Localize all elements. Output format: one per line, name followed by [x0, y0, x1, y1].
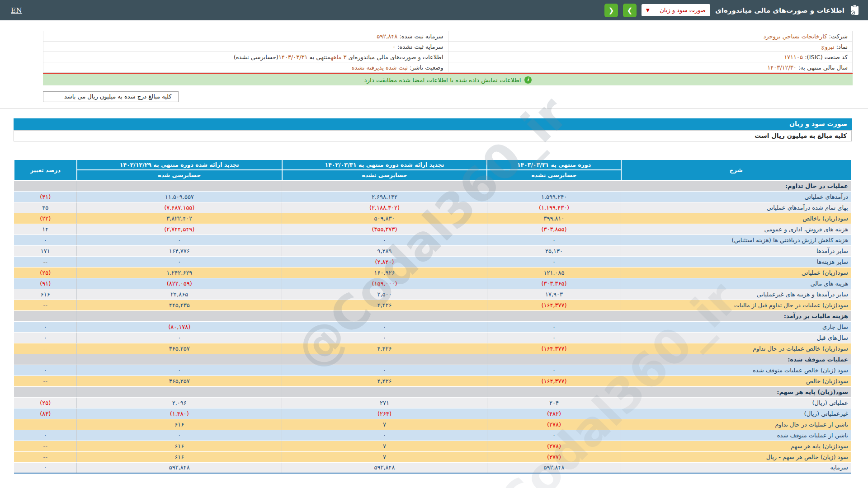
value-cell-1402-03-31: (۲,۱۸۸,۳۰۲) [282, 202, 487, 213]
row-label-cell: سود(زيان) خالص عملیات در حال تداوم [621, 343, 851, 354]
table-row: عملياتي (ریال)۲۰۴۲۷۱۲,۰۹۶(۲۵) [14, 397, 851, 408]
table-row: سود(زيان) خالص عملیات در حال تداوم(۱۶۴,۳… [14, 343, 851, 354]
col-header-period-3: تجدید ارائه شده دوره منتهي به ۱۴۰۲/۱۲/۲۹ [77, 160, 282, 170]
col-subheader-audit-3: حسابرسی شده [77, 170, 282, 180]
info-symbol: نماد: نبروج [448, 42, 853, 52]
value-cell-1402-03-31: (۲,۸۲۰) [282, 256, 487, 267]
info-registered-capital: سرمایه ثبت شده: ۵۹۲,۸۴۸ [43, 31, 448, 42]
value-cell-1403-03-31 [487, 354, 621, 365]
value-cell-1403-03-31 [487, 180, 621, 191]
value-cell-1402-12-29: (۸۲۲,۰۵۹) [77, 278, 282, 289]
previous-statement-button[interactable]: ❮ [604, 4, 618, 17]
value-cell-1402-12-29: ۰ [77, 332, 282, 343]
value-cell-1402-12-29: ۱۱,۵۰۹,۵۵۷ [77, 191, 282, 202]
statement-unit-line: کلیه مبالغ به میلیون ریال است [14, 130, 852, 141]
row-label-cell: سود(زيان) عملیات در حال تداوم قبل از مال… [621, 300, 851, 310]
value-cell-1403-03-31 [487, 310, 621, 321]
value-cell-1403-03-31: (۱۶۴,۳۷۷) [487, 343, 621, 354]
row-label-cell: عملیات متوقف شده: [621, 354, 851, 365]
percent-change-cell: ۴۵ [14, 202, 77, 213]
percent-change-cell: ۰ [14, 365, 77, 375]
value-cell-1402-03-31: ۴,۴۲۶ [282, 343, 487, 354]
value-cell-1402-03-31: (۱۵۹,۰۰۰) [282, 278, 487, 289]
value-cell-1402-03-31: ۴,۴۲۶ [282, 375, 487, 386]
value-cell-1402-12-29 [77, 180, 282, 191]
col-header-description: شرح [621, 160, 851, 180]
row-label-cell: سود(زیان) پایه هر سهم: [621, 386, 851, 397]
next-statement-button[interactable]: ❯ [623, 4, 637, 17]
value-cell-1403-03-31: ۰ [487, 365, 621, 375]
value-cell-1402-03-31: ۰ [282, 332, 487, 343]
signature-notice-text: اطلاعات نمایش داده شده با اطلاعات امضا ش… [364, 76, 521, 84]
value-cell-1402-12-29: ۶۱۶ [77, 451, 282, 462]
value-cell-1403-03-31: (۲۷۸) [487, 441, 621, 451]
row-label-cell: سایر درآمدها و هزینه های غیرعملیاتی [621, 289, 851, 300]
unit-note-row: کلیه مبالغ درج شده به میلیون ریال می باش… [0, 91, 853, 102]
percent-change-cell: (۲۲) [14, 213, 77, 224]
row-label-cell: سود (زیان) خالص هر سهم - ریال [621, 451, 851, 462]
value-cell-1402-12-29 [77, 354, 282, 365]
value-cell-1403-03-31: ۲۵,۱۳۰ [487, 245, 621, 256]
percent-change-cell: ۰ [14, 235, 77, 245]
percent-change-cell: -- [14, 441, 77, 451]
percent-change-cell [14, 310, 77, 321]
value-cell-1403-03-31: ۰ [487, 321, 621, 332]
clipboard-report-icon [849, 5, 860, 16]
value-cell-1403-03-31: ۰ [487, 430, 621, 441]
table-row: سود(زیان) خالص(۱۶۴,۳۷۷)۴,۴۲۶۳۶۵,۲۵۷-- [14, 375, 851, 386]
table-row: هزینه های مالی(۳۰۳,۳۶۵)(۱۵۹,۰۰۰)(۸۲۲,۰۵۹… [14, 278, 851, 289]
percent-change-cell: ۰ [14, 430, 77, 441]
value-cell-1402-03-31: ۷ [282, 441, 487, 451]
row-label-cell: عملیات در حال تداوم: [621, 180, 851, 191]
col-header-percent-change: درصد تغییر [14, 160, 77, 180]
value-cell-1402-12-29: ۱,۲۴۲,۶۲۹ [77, 267, 282, 278]
value-cell-1402-03-31 [282, 310, 487, 321]
value-cell-1402-03-31: ۲۷۱ [282, 397, 487, 408]
value-cell-1403-03-31: ۰ [487, 256, 621, 267]
value-cell-1402-03-31: ۲,۶۹۸,۱۳۲ [282, 191, 487, 202]
statement-type-dropdown[interactable]: صورت سود و زیان ▼ [642, 4, 710, 16]
value-cell-1402-03-31: (۳۵۵,۳۷۳) [282, 224, 487, 235]
table-row: بهای تمام شده درآمدهاي عملياتي(۱,۱۹۹,۴۳۰… [14, 202, 851, 213]
table-row: سایر هزینه‌ها۰(۲,۸۲۰)۰-- [14, 256, 851, 267]
percent-change-cell: -- [14, 375, 77, 386]
value-cell-1402-03-31: ۴,۴۲۶ [282, 300, 487, 310]
percent-change-cell: -- [14, 451, 77, 462]
row-label-cell: هزینه های فروش، اداری و عمومی [621, 224, 851, 235]
value-cell-1403-03-31: (۳۰۳,۳۶۵) [487, 278, 621, 289]
value-cell-1403-03-31: ۰ [487, 235, 621, 245]
value-cell-1402-12-29: ۳۶۵,۲۵۷ [77, 375, 282, 386]
percent-change-cell: ۰ [14, 462, 77, 473]
col-header-period-2: تجدید ارائه شده دوره منتهي به ۱۴۰۲/۰۳/۳۱ [282, 160, 487, 170]
percent-change-cell: (۲۵) [14, 397, 77, 408]
section-row: عملیات در حال تداوم: [14, 180, 851, 191]
value-cell-1403-03-31: ۱۷,۹۰۳ [487, 289, 621, 300]
table-row: سال جاري۰۰(۸۰,۱۷۸)۰ [14, 321, 851, 332]
value-cell-1402-03-31: ۰ [282, 321, 487, 332]
percent-change-cell [14, 354, 77, 365]
company-info-table: شرکت: کارخانجات نساجي بروجردسرمایه ثبت ش… [43, 31, 853, 73]
percent-change-cell: -- [14, 256, 77, 267]
value-cell-1402-03-31 [282, 354, 487, 365]
table-row: سود (زیان) خالص عملیات متوقف شده۰۰۰۰ [14, 365, 851, 375]
value-cell-1402-12-29: ۳۶۵,۲۵۷ [77, 343, 282, 354]
percent-change-cell: (۸۳) [14, 408, 77, 419]
table-row: درآمدهاي عملياتي۱,۵۹۹,۲۴۰۲,۶۹۸,۱۳۲۱۱,۵۰۹… [14, 191, 851, 202]
value-cell-1403-03-31: (۲۷۷) [487, 451, 621, 462]
percent-change-cell: -- [14, 300, 77, 310]
table-row: سود(زيان) ناخالص۳۹۹,۸۱۰۵۰۹,۸۳۰۳,۸۲۲,۴۰۲(… [14, 213, 851, 224]
value-cell-1402-03-31: (۲۶۴) [282, 408, 487, 419]
value-cell-1402-03-31: ۵۹۲,۸۴۸ [282, 462, 487, 473]
row-label-cell: غیرعملياتي (ریال) [621, 408, 851, 419]
value-cell-1402-12-29: (۱,۴۸۰) [77, 408, 282, 419]
value-cell-1402-12-29: ۲,۰۹۶ [77, 397, 282, 408]
value-cell-1402-12-29: ۶۱۶ [77, 441, 282, 451]
unit-note: کلیه مبالغ درج شده به میلیون ریال می باش… [43, 91, 179, 102]
value-cell-1402-12-29: (۷,۶۸۷,۱۵۵) [77, 202, 282, 213]
percent-change-cell: (۲۵) [14, 267, 77, 278]
row-label-cell: سایر درآمدها [621, 245, 851, 256]
table-row: غیرعملياتي (ریال)(۴۸۲)(۲۶۴)(۱,۴۸۰)(۸۳) [14, 408, 851, 419]
section-row: هزینه مالیات بر درآمد: [14, 310, 851, 321]
row-label-cell: سال‌هاي قبل [621, 332, 851, 343]
english-language-link[interactable]: EN [11, 6, 22, 14]
